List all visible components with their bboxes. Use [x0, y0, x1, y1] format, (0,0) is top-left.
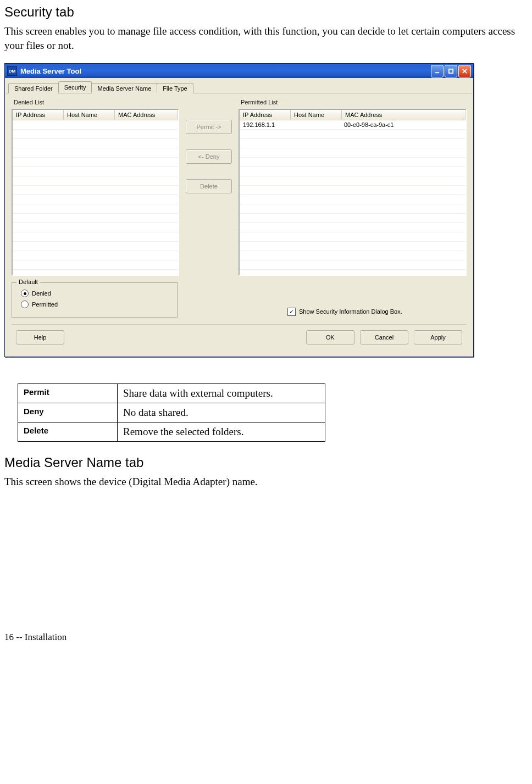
deny-button[interactable]: <- Deny — [186, 149, 232, 164]
radio-permitted-label: Permitted — [32, 301, 58, 308]
table-row[interactable] — [240, 251, 465, 260]
column-header-host[interactable]: Host Name — [64, 110, 115, 120]
definition-term: Deny — [18, 403, 118, 422]
table-row[interactable] — [13, 167, 178, 176]
table-row[interactable] — [13, 148, 178, 158]
table-row[interactable] — [13, 195, 178, 204]
heading-media-server-name-tab: Media Server Name tab — [4, 455, 528, 470]
denied-listview[interactable]: IP Address Host Name MAC Address — [12, 109, 179, 276]
table-row[interactable] — [240, 242, 465, 251]
table-row[interactable] — [240, 195, 465, 204]
table-row[interactable] — [240, 204, 465, 214]
help-button[interactable]: Help — [16, 330, 64, 344]
table-row[interactable] — [240, 260, 465, 270]
radio-denied-label: Denied — [32, 290, 51, 297]
svg-rect-1 — [449, 69, 453, 73]
tab-security[interactable]: Security — [58, 81, 92, 93]
table-row[interactable] — [240, 214, 465, 223]
tab-file-type[interactable]: File Type — [157, 83, 193, 93]
table-row[interactable] — [13, 176, 178, 186]
column-header-ip[interactable]: IP Address — [240, 110, 291, 120]
table-row[interactable] — [13, 130, 178, 139]
apply-button[interactable]: Apply — [414, 330, 462, 344]
table-row[interactable] — [13, 186, 178, 195]
radio-permitted[interactable]: Permitted — [21, 301, 171, 308]
heading-security-tab: Security tab — [4, 4, 528, 20]
window-title: Media Server Tool — [20, 67, 431, 75]
table-row[interactable] — [240, 176, 465, 186]
app-window: DM Media Server Tool Shared FolderSecuri… — [4, 63, 474, 357]
ok-button[interactable]: OK — [306, 330, 354, 344]
svg-rect-0 — [435, 72, 439, 73]
app-icon: DM — [7, 66, 17, 76]
table-row[interactable] — [240, 158, 465, 167]
table-row[interactable] — [13, 260, 178, 270]
table-row[interactable] — [13, 214, 178, 223]
table-row[interactable] — [13, 223, 178, 232]
definition-description: Remove the selected folders. — [118, 422, 325, 442]
definition-term: Delete — [18, 422, 118, 442]
table-row[interactable] — [240, 232, 465, 242]
definitions-table: PermitShare data with external computers… — [18, 383, 325, 442]
table-row[interactable] — [240, 148, 465, 158]
tab-shared-folder[interactable]: Shared Folder — [8, 83, 59, 93]
maximize-button[interactable] — [445, 65, 457, 77]
table-row[interactable] — [240, 139, 465, 148]
definition-row: DeleteRemove the selected folders. — [18, 422, 325, 442]
close-button[interactable] — [458, 65, 471, 77]
cancel-button[interactable]: Cancel — [360, 330, 408, 344]
column-header-mac[interactable]: MAC Address — [115, 110, 178, 120]
delete-button[interactable]: Delete — [186, 179, 232, 193]
page-footer: 16 -- Installation — [4, 632, 528, 643]
titlebar: DM Media Server Tool — [5, 64, 473, 78]
definition-description: No data shared. — [118, 403, 325, 422]
minimize-button[interactable] — [431, 65, 444, 77]
table-row[interactable] — [13, 139, 178, 148]
table-row[interactable] — [13, 242, 178, 251]
permit-button[interactable]: Permit -> — [186, 120, 232, 134]
table-row[interactable] — [240, 223, 465, 232]
radio-denied[interactable]: Denied — [21, 290, 171, 297]
table-row[interactable]: 192.168.1.100-e0-98-ca-9a-c1 — [240, 120, 465, 130]
paragraph-media-server-name-intro: This screen shows the device (Digital Me… — [4, 475, 528, 489]
permitted-list-label: Permitted List — [241, 99, 467, 105]
permitted-listview[interactable]: IP Address Host Name MAC Address 192.168… — [239, 109, 467, 276]
table-row[interactable] — [240, 167, 465, 176]
column-header-host[interactable]: Host Name — [291, 110, 342, 120]
column-header-ip[interactable]: IP Address — [13, 110, 64, 120]
definition-description: Share data with external computers. — [118, 384, 325, 403]
definition-term: Permit — [18, 384, 118, 403]
denied-list-label: Denied List — [14, 99, 179, 105]
show-security-checkbox[interactable]: Show Security Information Dialog Box. — [287, 308, 402, 316]
table-row[interactable] — [240, 130, 465, 139]
table-row[interactable] — [13, 232, 178, 242]
tabstrip: Shared FolderSecurityMedia Server NameFi… — [6, 79, 472, 93]
definition-row: DenyNo data shared. — [18, 403, 325, 422]
table-row[interactable] — [13, 120, 178, 130]
table-row[interactable] — [13, 158, 178, 167]
default-groupbox: Default Denied Permitted — [12, 282, 178, 318]
column-header-mac[interactable]: MAC Address — [342, 110, 465, 120]
definition-row: PermitShare data with external computers… — [18, 384, 325, 403]
paragraph-security-intro: This screen enables you to manage file a… — [4, 24, 528, 52]
table-row[interactable] — [240, 186, 465, 195]
table-row[interactable] — [13, 204, 178, 214]
show-security-label: Show Security Information Dialog Box. — [299, 308, 402, 315]
tab-media-server-name[interactable]: Media Server Name — [91, 83, 157, 93]
table-row[interactable] — [13, 251, 178, 260]
default-legend: Default — [16, 279, 40, 285]
